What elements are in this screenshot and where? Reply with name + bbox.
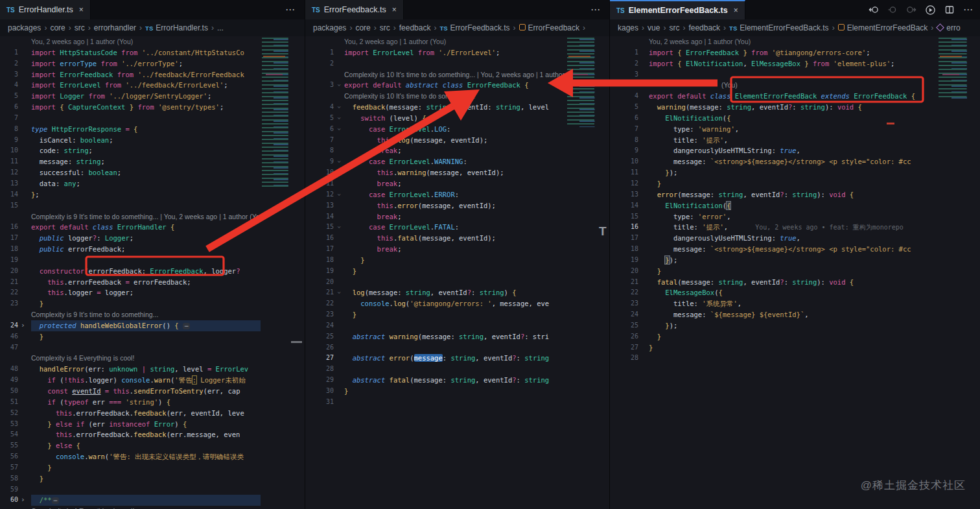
code-line[interactable]: 17 break; <box>305 244 568 255</box>
breadcrumb-item[interactable]: ElementErrorFeedBack <box>838 23 928 32</box>
code-line[interactable]: 12› case ErrorLevel.ERROR: <box>305 189 568 200</box>
code-line[interactable]: 54 this.errorFeedback.feedback(err.messa… <box>0 429 261 440</box>
code-line[interactable]: 13 data: any; <box>0 178 261 189</box>
code-line[interactable]: 51 if (typeof err === 'string') { <box>0 397 261 408</box>
fold-chevron-icon[interactable]: › <box>333 225 344 230</box>
code-line[interactable]: 49 if (!this.logger) console.warn('警告: L… <box>0 375 261 386</box>
code-line[interactable]: 11 }); <box>610 167 937 178</box>
fold-chevron-icon[interactable]: › <box>333 127 344 132</box>
code-line[interactable]: 15› case ErrorLevel.FATAL: <box>305 222 568 233</box>
code-line[interactable]: 5import Logger from '../logger/SentryLog… <box>0 91 261 102</box>
code-line[interactable]: 23 } <box>0 298 261 309</box>
code-line[interactable]: 14 break; <box>305 211 568 222</box>
breadcrumb[interactable]: packages›core›src›feedback›TSErrorFeedba… <box>305 19 610 36</box>
code-line[interactable]: 13 error(message: string, eventId?: stri… <box>610 189 937 200</box>
code-line[interactable]: 24 message: `${message} ${eventId}`, <box>610 309 937 320</box>
breadcrumb-item[interactable]: packages <box>8 23 41 32</box>
breadcrumb-item[interactable]: ... <box>217 23 224 32</box>
code-line[interactable]: 2import errorType from '../errorType'; <box>0 58 261 69</box>
code-line[interactable]: 29 abstract fatal(message: string, event… <box>305 375 568 386</box>
code-line[interactable]: 19 <box>0 255 261 266</box>
fold-chevron-icon[interactable]: › <box>333 116 344 121</box>
code-line[interactable]: 21› log(message: string, eventId?: strin… <box>305 287 568 298</box>
code-line[interactable]: 8type HttpErrorResponse = { <box>0 124 261 135</box>
code-line[interactable]: 47 <box>0 342 261 353</box>
breadcrumb-item[interactable]: core <box>50 23 65 32</box>
code-line[interactable]: 26 } <box>610 331 937 342</box>
code-line[interactable]: 18 } <box>305 255 568 266</box>
code-line[interactable]: 59 <box>0 484 261 495</box>
tab-errorfeedback[interactable]: TS ErrorFeedback.ts × <box>305 0 404 19</box>
breadcrumb-item[interactable]: src <box>75 23 85 32</box>
more-actions-icon[interactable]: ⋯ <box>276 0 305 19</box>
code-area-errorfeedback[interactable]: You, 2 weeks ago | 1 author (You)1import… <box>305 36 568 509</box>
code-line[interactable]: 5› switch (level) { <box>305 113 568 124</box>
code-line[interactable]: 56 console.warn('警告: 出现未定义错误类型，请明确错误类 <box>0 451 261 462</box>
codelens[interactable]: Complexity is 10 It's time to do somethi… <box>305 69 568 80</box>
breadcrumb[interactable]: packages›core›src›errorhandler›TSErrorHa… <box>0 19 305 36</box>
code-line[interactable]: 22 this.logger = logger; <box>0 287 261 298</box>
code-line[interactable]: 20 constructor(errorFeedback: ErrorFeedb… <box>0 266 261 277</box>
code-line[interactable]: 2 <box>305 58 568 69</box>
breadcrumb-item[interactable]: feedback <box>399 23 431 32</box>
code-line[interactable]: 21 this.errorFeedback = errorFeedback; <box>0 277 261 288</box>
codelens[interactable]: Complexity is 9 It's time to do somethin… <box>0 309 261 320</box>
code-line[interactable]: 1import { ErrorFeedback } from '@tiangon… <box>610 47 937 58</box>
code-line[interactable]: 30} <box>305 386 568 397</box>
code-line[interactable]: 31 <box>305 397 568 408</box>
code-line[interactable]: 58 } <box>0 473 261 484</box>
code-line[interactable]: 8 break; <box>305 145 568 156</box>
code-line[interactable]: 3import ErrorFeedback from '../feedback/… <box>0 69 261 80</box>
run-code-icon[interactable] <box>925 5 936 16</box>
code-line[interactable]: 48 handleError(err: unknown | string, le… <box>0 364 261 375</box>
code-line[interactable]: 15 <box>0 200 261 211</box>
codelens[interactable]: Complexity is 4 Everything is cool! <box>0 506 261 509</box>
code-line[interactable]: 60› /**⋯ <box>0 495 261 506</box>
code-line[interactable]: 27} <box>610 342 937 353</box>
code-line[interactable]: 17 dangerouslyUseHTMLString: true, <box>610 233 937 244</box>
code-line[interactable]: 10 code: string; <box>0 145 261 156</box>
code-line[interactable]: 9› case ErrorLevel.WARNING: <box>305 156 568 167</box>
code-line[interactable]: 14 ElNotification({ <box>610 200 937 211</box>
code-line[interactable]: 14}; <box>0 189 261 200</box>
code-line[interactable]: 15 type: 'error', <box>610 211 937 222</box>
code-line[interactable]: 4import ErrorLevel from '../feedback/Err… <box>0 80 261 91</box>
code-line[interactable]: 16export default class ErrorHandler { <box>0 222 261 233</box>
nav-circle-icon[interactable] <box>887 5 898 15</box>
code-line[interactable]: 22 console.log('@tiangong/errors: ', mes… <box>305 298 568 309</box>
code-line[interactable]: 18 message: `<strong>${message}</strong>… <box>610 244 937 255</box>
close-icon[interactable]: × <box>734 6 738 15</box>
breadcrumb-item[interactable]: feedback <box>688 23 720 32</box>
code-line[interactable]: 25 abstract warning(message: string, eve… <box>305 331 568 342</box>
code-line[interactable]: 55 } else { <box>0 440 261 451</box>
code-line[interactable]: 24› protected handleWebGlobalError() { ⋯ <box>0 320 261 331</box>
code-line[interactable]: 3 <box>610 69 937 80</box>
code-line[interactable]: 20 <box>305 277 568 288</box>
code-line[interactable]: 21 fatal(message: string, eventId?: stri… <box>610 277 937 288</box>
breadcrumb-item[interactable]: TSErrorFeedback.ts <box>439 23 509 32</box>
go-back-icon[interactable] <box>869 5 879 15</box>
close-icon[interactable]: × <box>392 5 397 14</box>
code-line[interactable]: 57 } <box>0 462 261 473</box>
breadcrumb-item[interactable]: packages <box>313 23 346 32</box>
fold-chevron-icon[interactable]: › <box>21 320 25 331</box>
code-line[interactable]: 27 abstract error(message: string, event… <box>305 353 568 364</box>
codelens[interactable]: (You) <box>610 80 937 91</box>
fold-chevron-icon[interactable]: › <box>333 83 344 88</box>
breadcrumb-item[interactable]: src <box>380 23 390 32</box>
breadcrumb-item[interactable]: errorhandler <box>94 23 136 32</box>
code-line[interactable]: 23 title: '系统异常', <box>610 298 937 309</box>
code-line[interactable]: 2import { ElNotification, ElMessageBox }… <box>610 58 937 69</box>
code-line[interactable]: 12 } <box>610 178 937 189</box>
code-line[interactable]: 28 <box>610 353 937 364</box>
code-line[interactable]: 3›export default abstract class ErrorFee… <box>305 80 568 91</box>
code-line[interactable]: 6› case ErrorLevel.LOG: <box>305 124 568 135</box>
code-line[interactable]: 8 title: '提示', <box>610 135 937 146</box>
breadcrumb-item[interactable]: vue <box>648 23 660 32</box>
scrollbar-handle[interactable] <box>291 341 302 343</box>
code-line[interactable]: 7 type: 'warning', <box>610 124 937 135</box>
breadcrumb-item[interactable]: kages <box>618 23 638 32</box>
code-line[interactable]: 10 message: `<strong>${message}</strong>… <box>610 156 937 167</box>
code-line[interactable]: 23 } <box>305 309 568 320</box>
minimap[interactable] <box>261 36 299 188</box>
